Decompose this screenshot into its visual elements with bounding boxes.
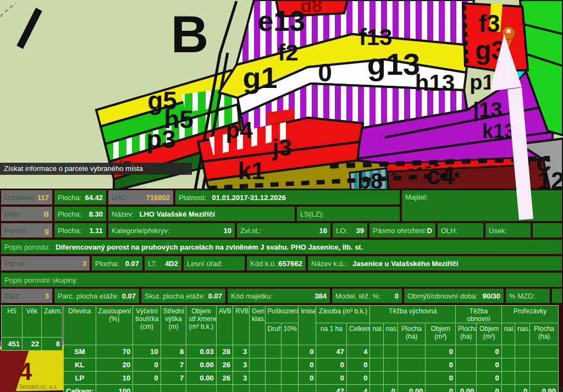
field-label: Por.sk.: bbox=[4, 260, 28, 268]
table-cell: 0 bbox=[133, 372, 161, 385]
table-cell bbox=[501, 358, 515, 372]
field-pasmo: Pásmo ohrožení: D bbox=[369, 223, 435, 238]
map-label: g13 bbox=[367, 47, 421, 81]
map-label: B bbox=[171, 5, 209, 63]
field-value: 3 bbox=[45, 292, 49, 300]
column-header: na 1 ha bbox=[316, 323, 347, 345]
table-cell: 0 bbox=[477, 358, 501, 372]
column-group-header: Poškození bbox=[265, 306, 299, 323]
map-label: e13 bbox=[258, 5, 306, 37]
field-label: Plocha: bbox=[58, 227, 81, 235]
map-label: c4 bbox=[426, 161, 455, 190]
map-label: g3 bbox=[475, 36, 506, 65]
table-cell bbox=[501, 345, 515, 358]
field-kategorie: Kategorie/překryv: 10 bbox=[108, 223, 235, 238]
table-cell bbox=[299, 385, 316, 392]
table-cell bbox=[383, 372, 398, 385]
field-plocha-porsk: Plocha: 0.07 bbox=[92, 256, 142, 270]
field-skut-plocha: Skut. plocha etáže: 0.07 bbox=[141, 289, 225, 303]
field-label: LHC: bbox=[112, 194, 128, 202]
field-label: Parc. plocha etáže: bbox=[58, 292, 119, 300]
column-header: Dřevina bbox=[64, 306, 96, 345]
field-kod-majetku: Kód majetku: 384 bbox=[228, 289, 330, 303]
field-label: Oddělení: bbox=[4, 194, 35, 202]
table-cell: 0 bbox=[477, 385, 501, 392]
table-cell: 47 bbox=[316, 345, 347, 358]
species-table: Dřevina Zastoupení (%) Výčetní tloušťka … bbox=[63, 305, 559, 392]
field-value: 1.11 bbox=[89, 227, 103, 235]
table-cell: 20 bbox=[96, 358, 133, 372]
field-platnost: Platnost: 01.01.2017-31.12.2026 bbox=[175, 190, 400, 205]
field-kod-ku: Kód k.ú.: 657662 bbox=[247, 256, 306, 270]
table-cell: 4 bbox=[347, 345, 370, 358]
field-value: 10 bbox=[224, 227, 231, 235]
table-cell bbox=[250, 358, 265, 372]
map-label: b8 bbox=[357, 169, 383, 193]
field-zvlst: Zvl.st.: 16 bbox=[237, 223, 330, 238]
field-popis-skupiny: Popis porostní skupiny: bbox=[1, 273, 562, 287]
table-cell bbox=[265, 358, 281, 372]
field-label: Platnost: bbox=[179, 194, 207, 202]
column-header: Zakm. bbox=[42, 306, 63, 338]
table-cell: 0 bbox=[383, 385, 398, 392]
empty-cell bbox=[533, 223, 562, 238]
field-label: Název k.ú.: bbox=[311, 260, 347, 268]
table-row: LP10070.0026300000 bbox=[64, 372, 559, 385]
table-cell bbox=[515, 345, 530, 358]
table-cell bbox=[515, 372, 530, 385]
table-cell bbox=[265, 372, 281, 385]
table-cell bbox=[233, 385, 250, 392]
field-value: g bbox=[45, 227, 49, 235]
table-cell: LP bbox=[64, 372, 96, 385]
field-label: Plocha: bbox=[58, 194, 81, 202]
field-usek: Úsek: bbox=[485, 223, 531, 238]
table-cell bbox=[161, 385, 186, 392]
table-cell: SM bbox=[64, 345, 96, 358]
field-parc-plocha: Parc. plocha etáže: 0.07 bbox=[54, 289, 139, 303]
table-cell: 7 bbox=[161, 372, 186, 385]
table-cell: 3 bbox=[233, 372, 250, 385]
field-value: 01.01.2017-31.12.2026 bbox=[212, 194, 286, 202]
table-cell: 0.00 bbox=[186, 372, 217, 385]
field-label: % MZD: bbox=[509, 292, 535, 300]
field-label: Porost: bbox=[4, 227, 27, 235]
field-label: Obmýtí/obnovní doba: bbox=[407, 292, 478, 300]
column-header: nas. bbox=[515, 323, 530, 345]
field-label: Kód majetku: bbox=[231, 292, 273, 300]
table-cell: 28 bbox=[216, 345, 233, 358]
field-lo: LO: 39 bbox=[333, 223, 367, 238]
table-cell: 0 bbox=[133, 358, 161, 372]
field-plocha-porost: Plocha: 1.11 bbox=[54, 223, 106, 238]
table-cell bbox=[250, 345, 265, 358]
field-value: 657662 bbox=[279, 260, 302, 268]
table-cell bbox=[530, 358, 559, 372]
field-label: Plocha: bbox=[95, 260, 119, 268]
table-cell bbox=[501, 372, 515, 385]
table-cell: 7 bbox=[161, 358, 186, 372]
map-label: p13 bbox=[470, 71, 505, 94]
table-cell bbox=[281, 345, 298, 358]
field-popis-porostu: Popis porostu: Diferencovaný porost na p… bbox=[1, 240, 562, 254]
field-olh: OLH: bbox=[438, 223, 483, 238]
map-watermark: © Seznam.cz, a.s. bbox=[13, 384, 58, 390]
table-cell bbox=[265, 385, 281, 392]
table-cell bbox=[455, 345, 476, 358]
table-cell bbox=[250, 385, 265, 392]
table-cell: 0 bbox=[316, 372, 347, 385]
table-cell: 0 bbox=[426, 372, 456, 385]
field-label: LT: bbox=[148, 260, 157, 268]
column-header: Výčetní tloušťka (cm) bbox=[133, 306, 161, 345]
table-cell: 0 bbox=[515, 385, 530, 392]
table-cell: 4 bbox=[347, 385, 370, 392]
field-value: Diferencovaný porost na pruhových parcel… bbox=[56, 243, 363, 251]
table-cell bbox=[383, 358, 398, 372]
map-label: k13 bbox=[482, 120, 515, 142]
field-label: Zvl.st.: bbox=[240, 227, 261, 235]
table-cell: 10 bbox=[96, 372, 133, 385]
table-cell: 22 bbox=[23, 338, 42, 351]
column-header: Věk bbox=[23, 306, 42, 338]
field-value: LHO Valašské Meziříčí bbox=[139, 210, 214, 218]
table-cell: 451 bbox=[2, 338, 23, 351]
table-cell bbox=[383, 345, 398, 358]
field-value: 16 bbox=[319, 227, 327, 235]
